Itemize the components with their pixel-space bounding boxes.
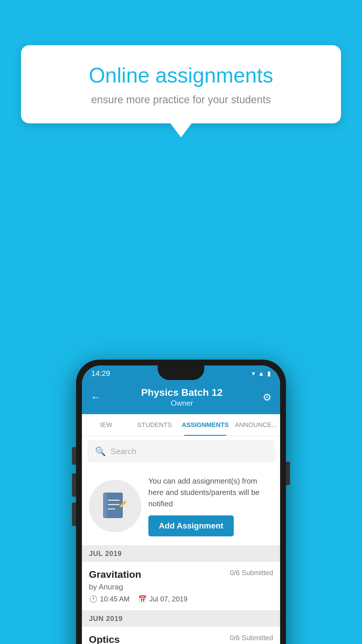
section-header-jul: JUL 2019 (82, 545, 280, 562)
signal-icon: ▲ (258, 370, 264, 377)
assignment-item-gravitation[interactable]: Gravitation 0/6 Submitted by Anurag 🕐 10… (82, 562, 280, 610)
tab-students[interactable]: STUDENTS (130, 414, 179, 436)
mute-button (72, 447, 76, 465)
assignment-title-optics: Optics (89, 634, 120, 644)
search-placeholder: Search (110, 447, 136, 456)
clock-icon: 🕐 (89, 595, 98, 603)
calendar-icon: 📅 (138, 595, 147, 603)
back-button[interactable]: ← (91, 391, 101, 403)
search-bar: 🔍 Search (82, 436, 280, 467)
phone-notch (158, 365, 204, 380)
assignment-date: 📅 Jul 07, 2019 (138, 595, 187, 603)
status-time: 14:29 (91, 369, 110, 378)
assignment-status: 0/6 Submitted (230, 569, 273, 577)
date-value: Jul 07, 2019 (149, 595, 187, 603)
time-value: 10:45 AM (100, 595, 129, 603)
add-assignment-promo: You can add assignment(s) from here and … (82, 467, 280, 545)
tab-announcements[interactable]: ANNOUNCE... (232, 414, 280, 436)
bubble-title: Online assignments (41, 63, 321, 88)
promo-icon-circle (89, 480, 141, 532)
speech-bubble-container: Online assignments ensure more practice … (21, 45, 341, 123)
volume-up-button (72, 473, 76, 497)
status-icons: ▾ ▲ ▮ (252, 370, 271, 377)
notebook-icon (102, 491, 128, 521)
assignment-time: 🕐 10:45 AM (89, 595, 129, 603)
header-subtitle: Owner (101, 399, 263, 408)
battery-icon: ▮ (267, 370, 271, 377)
settings-button[interactable]: ⚙ (263, 391, 271, 403)
assignment-author: by Anurag (89, 582, 273, 592)
assignment-meta: 🕐 10:45 AM 📅 Jul 07, 2019 (89, 595, 273, 603)
speech-bubble: Online assignments ensure more practice … (21, 45, 341, 123)
section-header-jun: JUN 2019 (82, 610, 280, 627)
tab-assignments[interactable]: ASSIGNMENTS (179, 414, 231, 436)
header-title: Physics Batch 12 (101, 387, 263, 398)
promo-text: You can add assignment(s) from here and … (148, 475, 273, 510)
wifi-icon: ▾ (252, 370, 255, 377)
assignment-status-optics: 0/6 Submitted (230, 634, 273, 642)
volume-down-button (72, 503, 76, 526)
app-header: ← Physics Batch 12 Owner ⚙ (82, 382, 280, 414)
bubble-subtitle: ensure more practice for your students (41, 94, 321, 106)
assignment-title: Gravitation (89, 569, 141, 580)
tabs-bar: IEW STUDENTS ASSIGNMENTS ANNOUNCE... (82, 414, 280, 436)
promo-content: You can add assignment(s) from here and … (148, 475, 273, 536)
svg-rect-1 (103, 493, 107, 518)
tab-iew[interactable]: IEW (82, 414, 130, 436)
header-center: Physics Batch 12 Owner (101, 387, 263, 408)
search-icon: 🔍 (95, 446, 106, 456)
phone-screen: 14:29 ▾ ▲ ▮ ← Physics Batch 12 Owner ⚙ I… (82, 365, 280, 644)
power-button (286, 462, 290, 485)
assignment-item-optics[interactable]: Optics 0/6 Submitted by Anurag (82, 627, 280, 644)
assignment-top-row: Gravitation 0/6 Submitted (89, 569, 273, 580)
assignment-top-row-optics: Optics 0/6 Submitted (89, 634, 273, 644)
search-field[interactable]: 🔍 Search (88, 441, 274, 462)
phone-frame: 14:29 ▾ ▲ ▮ ← Physics Batch 12 Owner ⚙ I… (76, 360, 286, 644)
add-assignment-button[interactable]: Add Assignment (148, 515, 234, 536)
